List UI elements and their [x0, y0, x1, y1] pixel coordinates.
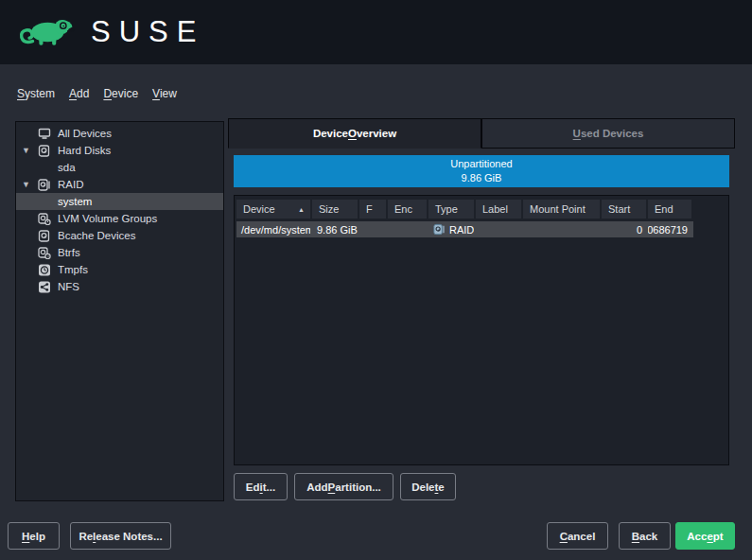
suse-logo: [17, 10, 79, 54]
unpartitioned-region-bar: Unpartitioned 9.86 GiB: [234, 155, 729, 187]
tab-used-devices[interactable]: Used Devices: [481, 118, 735, 149]
raid-device-icon: [433, 223, 449, 236]
btrfs-icon: [38, 247, 57, 259]
edit-button[interactable]: Edit...: [234, 473, 288, 500]
menubar: System Add Device View: [17, 87, 177, 100]
add-partition-button[interactable]: Add Partition...: [294, 473, 393, 500]
menu-view[interactable]: View: [152, 87, 177, 100]
menu-system[interactable]: System: [17, 87, 55, 100]
column-header-end[interactable]: End: [648, 200, 691, 219]
tree-item-nfs[interactable]: NFS: [16, 278, 223, 295]
tree-item-label: LVM Volume Groups: [58, 213, 157, 224]
tree-item-system[interactable]: system: [16, 193, 223, 210]
suse-logo-text: SUSE: [91, 15, 204, 49]
column-header-size[interactable]: Size: [312, 200, 358, 219]
help-button[interactable]: Help: [8, 522, 60, 550]
tree-item-all-devices[interactable]: All Devices: [16, 125, 223, 142]
column-header-f[interactable]: F: [359, 200, 386, 219]
column-header-label[interactable]: Label: [476, 200, 521, 219]
table-row-dev-md-system[interactable]: /dev/md/system 9.86 GiB RAID 0 20686719: [236, 221, 693, 237]
menu-device[interactable]: Device: [103, 87, 138, 100]
sort-ascending-icon: ▲: [298, 206, 305, 213]
tree-item-label: NFS: [58, 281, 79, 292]
column-header-enc[interactable]: Enc: [388, 200, 427, 219]
tree-item-bcache-devices[interactable]: Bcache Devices: [16, 227, 223, 244]
chevron-expanded-icon[interactable]: ▼: [22, 147, 38, 155]
unpartitioned-label: Unpartitioned: [450, 157, 512, 171]
unpartitioned-size: 9.86 GiB: [462, 171, 502, 185]
tree-item-label: RAID: [58, 179, 83, 190]
cell-type: RAID: [428, 223, 474, 236]
tree-item-label: Tmpfs: [58, 264, 88, 275]
tmpfs-icon: [38, 264, 57, 276]
delete-button[interactable]: Delete: [400, 473, 456, 500]
tree-item-btrfs[interactable]: Btrfs: [16, 244, 223, 261]
tree-item-label: Btrfs: [58, 247, 80, 258]
tree-item-label: All Devices: [58, 128, 112, 139]
column-header-mount-point[interactable]: Mount Point: [523, 200, 600, 219]
cell-start: 0: [602, 224, 646, 236]
tree-item-hard-disks[interactable]: ▼ Hard Disks: [16, 142, 223, 159]
bcache-icon: [38, 230, 57, 242]
device-tree-panel: All Devices ▼ Hard Disks sda ▼ RAID syst…: [15, 121, 224, 501]
tree-item-lvm-volume-groups[interactable]: LVM Volume Groups: [16, 210, 223, 227]
nfs-icon: [38, 281, 57, 293]
hard-disk-icon: [38, 145, 57, 157]
tree-item-raid[interactable]: ▼ RAID: [16, 176, 223, 193]
lvm-icon: [38, 213, 57, 225]
cell-end: 20686719: [648, 224, 691, 236]
cancel-button[interactable]: Cancel: [547, 522, 608, 550]
device-table: Device ▲ Size F Enc Type Label Mount Poi…: [234, 195, 729, 465]
tree-item-label: system: [58, 196, 92, 207]
column-header-device[interactable]: Device ▲: [236, 200, 310, 219]
back-button[interactable]: Back: [619, 522, 671, 550]
tree-item-label: sda: [58, 162, 76, 173]
suse-logo-chameleon: [17, 10, 79, 54]
computer-icon: [38, 128, 57, 140]
chevron-expanded-icon[interactable]: ▼: [22, 181, 38, 189]
column-header-start[interactable]: Start: [602, 200, 646, 219]
tab-device-overview[interactable]: Device Overview: [228, 118, 481, 149]
menu-add[interactable]: Add: [69, 87, 89, 100]
suse-banner: SUSE: [0, 0, 752, 64]
cell-size: 9.86 GiB: [312, 224, 358, 236]
accept-button[interactable]: Accept: [675, 522, 735, 550]
tree-item-sda[interactable]: sda: [16, 159, 223, 176]
raid-icon: [38, 179, 57, 191]
tree-item-label: Bcache Devices: [58, 230, 135, 241]
table-header-row: Device ▲ Size F Enc Type Label Mount Poi…: [236, 200, 728, 219]
cell-device: /dev/md/system: [236, 224, 310, 236]
tree-item-label: Hard Disks: [58, 145, 111, 156]
column-header-type[interactable]: Type: [428, 200, 474, 219]
tree-item-tmpfs[interactable]: Tmpfs: [16, 261, 223, 278]
cell-type-text: RAID: [449, 224, 474, 236]
release-notes-button[interactable]: Release Notes...: [70, 522, 171, 550]
